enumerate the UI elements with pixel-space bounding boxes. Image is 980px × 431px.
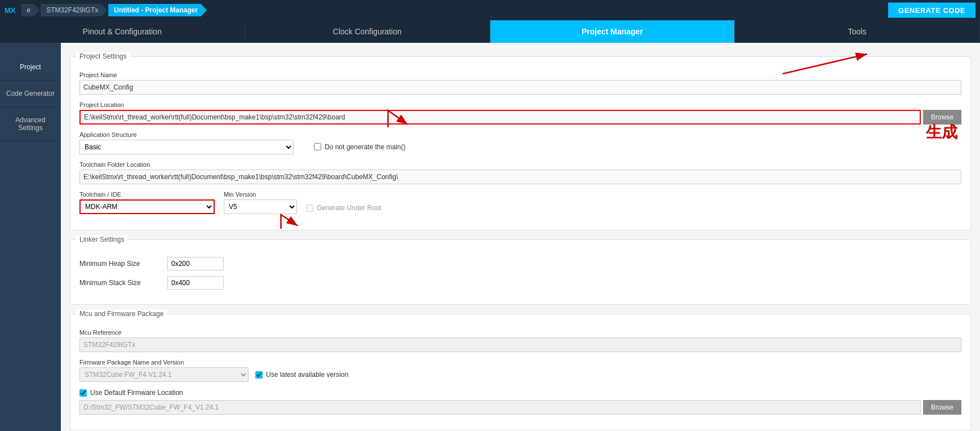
min-stack-input[interactable]: [167, 276, 224, 290]
project-location-browse-button[interactable]: Browse: [923, 110, 961, 125]
fw-location-input: [79, 400, 921, 415]
generate-code-button[interactable]: GENERATE CODE: [888, 3, 975, 18]
breadcrumb: e STM32F429IGTx Untitled - Project Manag…: [21, 4, 208, 16]
project-location-label: Project Location: [79, 101, 961, 108]
project-settings-title: Project Settings: [76, 52, 130, 60]
mcu-ref-label: Mcu Reference: [79, 329, 961, 336]
app-structure-col: Application Structure Basic Advanced: [79, 131, 294, 154]
use-default-fw-checkbox[interactable]: [79, 389, 87, 397]
linker-settings-section: Linker Settings Minimum Heap Size Minimu…: [70, 239, 971, 305]
tab-bar: Pinout & Configuration Clock Configurati…: [0, 20, 980, 43]
min-stack-label: Minimum Stack Size: [79, 279, 158, 287]
mcu-ref-group: Mcu Reference: [79, 329, 961, 352]
app-structure-row: Application Structure Basic Advanced Do …: [79, 131, 961, 154]
use-latest-checkbox[interactable]: [255, 371, 263, 379]
toolchain-ide-row: Toolchain / IDE MDK-ARM EWARM SW4STM32 M…: [79, 191, 961, 214]
project-name-group: Project Name: [79, 72, 961, 95]
project-name-label: Project Name: [79, 72, 961, 78]
fw-package-group: Firmware Package Name and Version STM32C…: [79, 359, 961, 382]
min-version-col: Min Version V4 V5 V6: [224, 191, 297, 214]
no-main-checkbox[interactable]: [314, 143, 321, 150]
tab-project-manager[interactable]: Project Manager: [490, 20, 735, 43]
min-version-select[interactable]: V4 V5 V6: [224, 199, 297, 214]
use-default-fw-label: Use Default Firmware Location: [90, 389, 183, 397]
sidebar-item-code-generator[interactable]: Code Generator: [0, 81, 61, 107]
min-heap-row: Minimum Heap Size: [79, 257, 961, 270]
default-fw-group: Use Default Firmware Location Browse: [79, 389, 961, 415]
fw-package-select[interactable]: STM32Cube FW_F4 V1.24.1: [79, 367, 249, 382]
project-name-input[interactable]: [79, 80, 961, 95]
min-version-label: Min Version: [224, 191, 297, 198]
generate-under-root-checkbox[interactable]: [306, 205, 313, 212]
breadcrumb-item-2[interactable]: Untitled - Project Manager: [108, 4, 207, 16]
top-bar: MX e STM32F429IGTx Untitled - Project Ma…: [0, 0, 980, 20]
generate-under-root-label: Generate Under Root: [317, 204, 382, 212]
app-structure-label: Application Structure: [79, 131, 294, 138]
sidebar-item-project[interactable]: Project: [0, 54, 61, 81]
tab-tools[interactable]: Tools: [735, 20, 980, 43]
firmware-package-section: Mcu and Firmware Package Mcu Reference F…: [70, 314, 971, 431]
content-area: 生成 Project Settings Project Name Project…: [61, 43, 980, 431]
tab-clock[interactable]: Clock Configuration: [245, 20, 490, 43]
sidebar-item-advanced-settings[interactable]: Advanced Settings: [0, 107, 61, 141]
fw-location-row: Browse: [79, 400, 961, 415]
no-main-label: Do not generate the main(): [325, 143, 405, 151]
linker-settings-title: Linker Settings: [76, 236, 127, 243]
sidebar: Project Code Generator Advanced Settings: [0, 43, 61, 431]
min-heap-label: Minimum Heap Size: [79, 260, 158, 268]
project-settings-section: Project Settings Project Name Project Lo…: [70, 56, 971, 230]
mcu-ref-input: [79, 337, 961, 352]
toolchain-folder-label: Toolchain Folder Location: [79, 161, 961, 168]
use-latest-label: Use latest available version: [266, 371, 348, 379]
brand-label: MX: [5, 6, 16, 15]
min-stack-row: Minimum Stack Size: [79, 276, 961, 290]
breadcrumb-item-1[interactable]: STM32F429IGTx: [41, 4, 107, 16]
generate-under-root-row: Generate Under Root: [306, 204, 382, 212]
tab-pinout[interactable]: Pinout & Configuration: [0, 20, 245, 43]
toolchain-ide-select[interactable]: MDK-ARM EWARM SW4STM32 Makefile: [79, 199, 215, 214]
min-heap-input[interactable]: [167, 257, 224, 270]
use-latest-row: Use latest available version: [255, 371, 348, 379]
toolchain-folder-group: Toolchain Folder Location: [79, 161, 961, 184]
project-location-input[interactable]: [79, 110, 921, 125]
toolchain-folder-input[interactable]: [79, 170, 961, 184]
fw-location-browse-button[interactable]: Browse: [923, 400, 961, 415]
breadcrumb-item-0[interactable]: e: [21, 4, 40, 16]
fw-package-row: STM32Cube FW_F4 V1.24.1 Use latest avail…: [79, 367, 961, 382]
no-main-checkbox-row: Do not generate the main(): [314, 143, 405, 151]
toolchain-ide-col: Toolchain / IDE MDK-ARM EWARM SW4STM32 M…: [79, 191, 215, 214]
project-location-row: Browse: [79, 110, 961, 125]
fw-package-label: Firmware Package Name and Version: [79, 359, 961, 366]
project-location-group: Project Location Browse: [79, 101, 961, 125]
use-default-fw-row: Use Default Firmware Location: [79, 389, 961, 397]
main-layout: Project Code Generator Advanced Settings: [0, 43, 980, 431]
app-structure-select[interactable]: Basic Advanced: [79, 140, 294, 154]
toolchain-ide-label: Toolchain / IDE: [79, 191, 215, 198]
firmware-package-title: Mcu and Firmware Package: [76, 310, 167, 318]
